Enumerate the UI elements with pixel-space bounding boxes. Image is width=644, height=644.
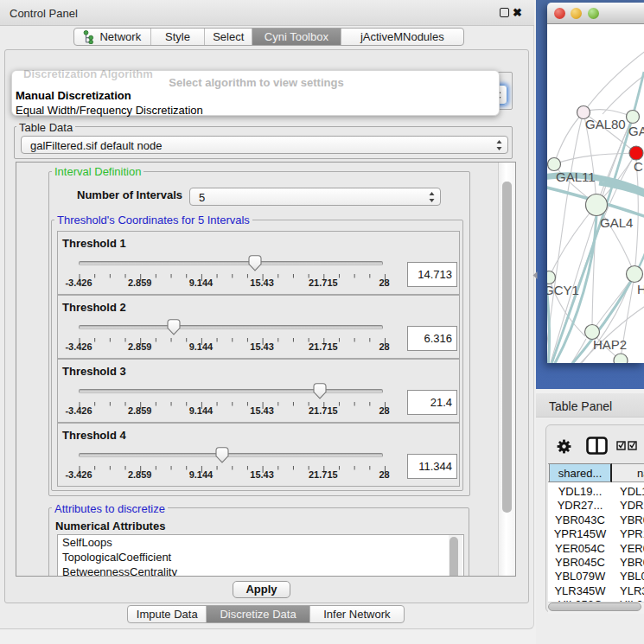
svg-text:HAP2: HAP2 — [593, 337, 627, 352]
svg-text:GA: GA — [628, 124, 644, 138]
svg-text:GCY1: GCY1 — [547, 283, 579, 297]
svg-text:GAL4: GAL4 — [600, 215, 633, 230]
svg-text:C: C — [634, 159, 643, 174]
svg-text:GAL11: GAL11 — [556, 169, 596, 184]
svg-text:H: H — [637, 282, 644, 296]
svg-text:GAL80: GAL80 — [585, 117, 626, 131]
